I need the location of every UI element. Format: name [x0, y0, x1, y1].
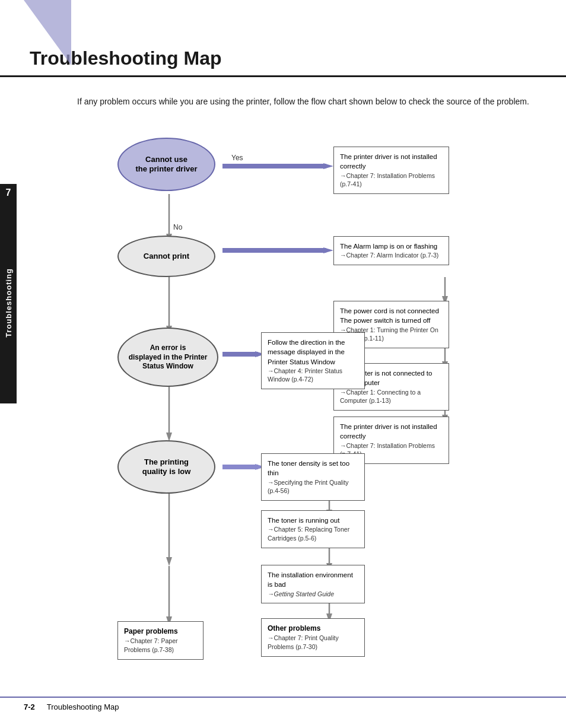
svg-text:No: No — [173, 223, 183, 231]
svg-marker-21 — [166, 557, 172, 566]
intro-text: If any problem occurs while you are usin… — [77, 95, 536, 108]
svg-marker-3 — [323, 163, 333, 169]
chapter-label: Troubleshooting — [0, 202, 17, 403]
node-paper-problems: Paper problems →Chapter 7: Paper Problem… — [117, 621, 203, 659]
chapter-number: 7 — [0, 184, 17, 202]
node-driver-not-installed-1: The printer driver is not installed corr… — [333, 147, 449, 194]
flowchart: Yes No — [77, 126, 566, 660]
node-printing-quality-low: The printingquality is low — [117, 440, 215, 494]
node-follow-direction: Follow the direction in the message disp… — [261, 332, 365, 389]
page-footer: 7-2 Troubleshooting Map — [0, 697, 566, 716]
main-content: Yes No — [30, 120, 566, 672]
footer-page-number: 7-2 — [24, 702, 35, 711]
svg-text:Yes: Yes — [231, 154, 243, 162]
node-cannot-print: Cannot print — [117, 236, 215, 277]
node-installation-bad: The installation environment is bad →Get… — [261, 565, 365, 603]
node-alarm-lamp: The Alarm lamp is on or flashing →Chapte… — [333, 236, 449, 265]
footer-title: Troubleshooting Map — [47, 702, 119, 711]
svg-marker-9 — [323, 247, 333, 253]
node-toner-running-out: The toner is running out →Chapter 5: Rep… — [261, 510, 365, 548]
node-error-displayed: An error isdisplayed in the PrinterStatu… — [117, 328, 218, 387]
page-header: Troubleshooting Map — [0, 0, 566, 77]
node-toner-density: The toner density is set too thin →Speci… — [261, 453, 365, 501]
node-cannot-use-driver: Cannot usethe printer driver — [117, 138, 215, 191]
node-other-problems: Other problems →Chapter 7: Print Quality… — [261, 618, 365, 656]
triangle-decoration — [24, 0, 71, 65]
page-title: Troubleshooting Map — [30, 47, 542, 69]
